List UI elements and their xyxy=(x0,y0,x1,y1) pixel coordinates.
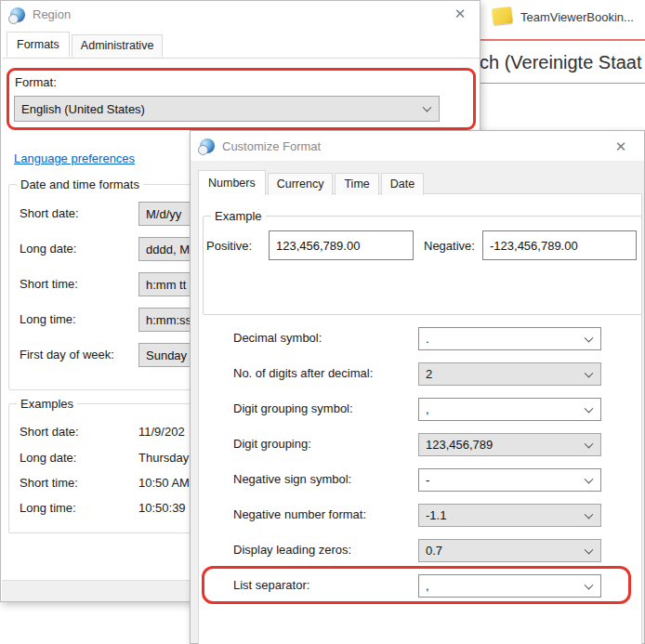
negative-label: Negative: xyxy=(424,239,475,253)
negative-number-format-select[interactable]: -1.1 xyxy=(418,504,601,527)
list-separator-label: List separator: xyxy=(233,578,309,592)
example-long-date-label: Long date: xyxy=(20,451,76,465)
long-date-label: Long date: xyxy=(20,242,76,256)
screen: TeamViewerBookin... ch (Vereinigte Staat… xyxy=(0,0,645,644)
short-date-label: Short date: xyxy=(20,206,79,220)
format-select-value: English (United States) xyxy=(21,102,145,116)
example-long-date-value: Thursday xyxy=(138,451,189,465)
background-file-label[interactable]: TeamViewerBookin... xyxy=(520,10,634,24)
short-date-value: M/d/yy xyxy=(146,207,181,221)
background-window: TeamViewerBookin... ch (Vereinigte Staat xyxy=(465,0,645,139)
region-tab-strip: Formats Administrative xyxy=(7,32,165,57)
language-preferences-link[interactable]: Language preferences xyxy=(14,151,135,165)
chevron-down-icon xyxy=(585,545,594,554)
first-day-value: Sunday xyxy=(146,348,187,362)
chevron-down-icon xyxy=(585,580,594,589)
examples-group-title: Examples xyxy=(17,397,77,411)
chevron-down-icon xyxy=(585,474,594,483)
example-long-time-value: 10:50:39 xyxy=(138,501,186,515)
digits-after-decimal-select[interactable]: 2 xyxy=(418,362,601,386)
negative-number-format-label: Negative number format: xyxy=(233,507,366,521)
chevron-down-icon xyxy=(585,439,594,448)
example-short-time-label: Short time: xyxy=(20,476,78,490)
region-close-icon[interactable]: ✕ xyxy=(452,6,468,22)
background-dropdown-underline xyxy=(480,83,645,84)
negative-sign-symbol-value: - xyxy=(426,473,429,487)
region-globe-icon xyxy=(10,7,25,22)
background-format-dropdown-text: ch (Vereinigte Staat xyxy=(480,52,642,73)
display-leading-zeros-select[interactable]: 0.7 xyxy=(418,539,601,562)
negative-sign-symbol-label: Negative sign symbol: xyxy=(233,472,351,486)
background-accent-line xyxy=(472,39,645,41)
datetime-formats-group-title: Date and time formats xyxy=(17,177,143,191)
tab-currency[interactable]: Currency xyxy=(268,173,334,195)
customize-title: Customize Format xyxy=(222,139,321,153)
digit-grouping-value: 123,456,789 xyxy=(426,438,493,452)
digits-after-decimal-value: 2 xyxy=(426,367,432,381)
tab-administrative[interactable]: Administrative xyxy=(72,34,164,57)
digit-grouping-symbol-value: , xyxy=(426,402,429,416)
customize-titlebar: Customize Format ✕ xyxy=(191,131,644,161)
negative-example-field[interactable]: -123,456,789.00 xyxy=(482,230,637,260)
region-titlebar: Region ✕ xyxy=(1,1,480,29)
digit-grouping-symbol-select[interactable]: , xyxy=(418,398,601,421)
positive-example-value: 123,456,789.00 xyxy=(276,239,360,253)
format-select[interactable]: English (United States) xyxy=(14,96,440,122)
list-separator-select[interactable]: , xyxy=(418,574,601,598)
customize-tab-strip: Numbers Currency Time Date xyxy=(198,170,426,195)
digit-grouping-label: Digit grouping: xyxy=(233,437,311,451)
negative-number-format-value: -1.1 xyxy=(426,508,446,522)
number-example-group-title: Example xyxy=(211,209,266,223)
tab-formats[interactable]: Formats xyxy=(7,32,70,57)
chevron-down-icon xyxy=(585,368,594,377)
tab-time[interactable]: Time xyxy=(335,173,378,195)
positive-example-field[interactable]: 123,456,789.00 xyxy=(269,230,414,260)
display-leading-zeros-value: 0.7 xyxy=(426,544,442,558)
short-time-value: h:mm tt xyxy=(146,278,186,292)
short-time-label: Short time: xyxy=(20,277,78,291)
digit-grouping-symbol-label: Digit grouping symbol: xyxy=(233,401,353,415)
chevron-down-icon xyxy=(585,509,594,519)
customize-format-dialog: Customize Format ✕ Numbers Currency Time… xyxy=(190,130,645,644)
chevron-down-icon xyxy=(423,103,432,112)
first-day-label: First day of week: xyxy=(20,348,114,361)
customize-close-icon[interactable]: ✕ xyxy=(612,138,629,155)
customize-globe-icon xyxy=(200,138,215,153)
digit-grouping-select[interactable]: 123,456,789 xyxy=(418,433,601,456)
region-title: Region xyxy=(33,7,71,21)
decimal-symbol-label: Decimal symbol: xyxy=(233,331,322,345)
list-separator-value: , xyxy=(426,579,429,593)
decimal-symbol-select[interactable]: . xyxy=(418,327,601,350)
sticky-note-icon xyxy=(492,7,513,25)
digits-after-decimal-label: No. of digits after decimal: xyxy=(233,366,373,380)
example-short-date-label: Short date: xyxy=(20,425,79,439)
positive-label: Positive: xyxy=(206,239,252,253)
long-time-value: h:mm:ss xyxy=(146,313,191,327)
tab-numbers[interactable]: Numbers xyxy=(198,170,266,195)
format-label: Format: xyxy=(15,75,57,89)
long-time-label: Long time: xyxy=(20,312,76,326)
display-leading-zeros-label: Display leading zeros: xyxy=(233,543,351,557)
example-long-time-label: Long time: xyxy=(20,501,76,515)
chevron-down-icon xyxy=(585,333,594,342)
chevron-down-icon xyxy=(585,403,594,413)
tab-date[interactable]: Date xyxy=(381,173,424,195)
negative-sign-symbol-select[interactable]: - xyxy=(418,468,601,492)
example-short-time-value: 10:50 AM xyxy=(138,476,190,490)
long-date-value: dddd, M xyxy=(146,243,190,256)
example-short-date-value: 11/9/202 xyxy=(138,425,185,439)
number-example-group: Example xyxy=(203,209,642,315)
decimal-symbol-value: . xyxy=(426,332,429,346)
negative-example-value: -123,456,789.00 xyxy=(490,239,578,253)
